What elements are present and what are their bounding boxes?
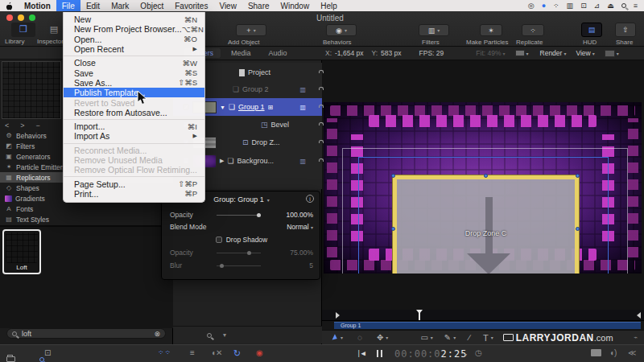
control-center-icon[interactable]: ≡ — [634, 2, 638, 10]
menu-window[interactable]: Window — [275, 0, 316, 11]
clear-search-icon[interactable]: ⊗ — [154, 330, 160, 338]
menu-item-page-setup[interactable]: Page Setup...⇧⌘P — [64, 179, 204, 188]
blend-icon[interactable]: ▥ — [299, 158, 306, 165]
zoom-window-button[interactable] — [29, 14, 35, 21]
menu-favorites[interactable]: Favorites — [169, 0, 213, 11]
nav-back-button[interactable]: < — [5, 121, 9, 130]
text-tool-icon[interactable]: T — [483, 333, 489, 343]
tab-media[interactable]: Media — [224, 48, 258, 58]
menu-share[interactable]: Share — [242, 0, 275, 11]
tab-audio[interactable]: Audio — [262, 48, 295, 58]
playhead-flag[interactable] — [416, 310, 423, 314]
displays-icon[interactable]: ▥ — [567, 2, 574, 10]
app-status-icon[interactable]: ⁘ — [553, 2, 559, 10]
camera-icon[interactable]: ⊡ — [580, 2, 587, 10]
nav-minus-button[interactable]: − — [36, 121, 40, 130]
timecode[interactable]: 00:00:02:25 — [394, 348, 467, 360]
minimize-window-button[interactable] — [18, 14, 24, 21]
blend-icon[interactable]: ▥ — [299, 104, 306, 111]
selection-handle[interactable] — [484, 174, 488, 178]
menu-item-import[interactable]: Import...⌘I — [64, 121, 204, 131]
timeline-group-bar[interactable]: Group 1 — [334, 322, 641, 329]
disclosure-closed-icon[interactable]: ▶ — [220, 158, 224, 164]
list-view-icon[interactable]: ≡ — [190, 348, 195, 357]
menu-item-open-recent[interactable]: Open Recent▶ — [64, 44, 204, 54]
menu-item-import-as[interactable]: Import As▶ — [64, 131, 204, 141]
pause-button[interactable] — [377, 350, 382, 357]
search-input[interactable] — [20, 329, 141, 339]
status-dot-icon[interactable]: ● — [542, 2, 546, 10]
library-item-loft[interactable]: Loft — [2, 229, 41, 274]
menu-item-new-from-browser[interactable]: New From Project Browser...⌥⌘N — [64, 24, 204, 34]
hud-panel[interactable]: Group: Group 1 ▾ i Opacity 100.00% Blend… — [161, 191, 320, 280]
timeline-options-icon[interactable]: ⌁ — [634, 334, 638, 341]
menu-item-open[interactable]: Open...⌘O — [64, 35, 204, 44]
fit-dropdown[interactable]: Fit: 49% — [476, 49, 501, 57]
make-particles-button[interactable]: ✶ — [480, 24, 502, 36]
menu-item-save-as[interactable]: Save As...⇧⌘S — [64, 78, 204, 88]
disclosure-open-icon[interactable]: ▼ — [220, 105, 225, 110]
canvas[interactable]: Drop Zone C — [322, 60, 644, 310]
drop-shadow-checkbox[interactable] — [216, 237, 222, 243]
behaviors-button[interactable]: ◉▾ — [326, 24, 357, 36]
render-menu[interactable]: Render — [540, 49, 563, 57]
menu-item-print[interactable]: Print...⌘P — [64, 189, 204, 199]
menu-item-new[interactable]: New⌘N — [64, 14, 204, 24]
menu-edit[interactable]: Edit — [80, 0, 105, 11]
info-icon[interactable]: i — [306, 195, 314, 203]
previous-frame-button[interactable]: |◀ — [357, 349, 365, 357]
nav-forward-button[interactable]: > — [20, 121, 24, 130]
selection-handle[interactable] — [391, 174, 395, 178]
frame-icon[interactable]: ⊡ — [44, 348, 51, 357]
line-tool-icon[interactable]: ∕ — [469, 333, 470, 342]
opacity-value[interactable]: 100.00% — [286, 211, 313, 219]
library-search-toggle-icon[interactable] — [39, 357, 44, 362]
tab-inspector[interactable]: Inspector — [37, 38, 64, 45]
hud-button[interactable]: ▤ — [581, 23, 602, 37]
view-menu[interactable]: View — [576, 49, 590, 57]
in-point-marker[interactable] — [336, 312, 340, 319]
layers-search-icon[interactable] — [207, 333, 212, 338]
hand-tool-icon[interactable]: ✥ — [377, 333, 383, 342]
library-tab-icon[interactable]: ❒ — [11, 23, 35, 37]
folder-icon[interactable] — [6, 356, 15, 362]
display-output-icon[interactable] — [591, 349, 601, 356]
menu-item-publish-template[interactable]: Publish Template... — [64, 88, 204, 97]
menu-file[interactable]: File — [56, 0, 80, 11]
mini-timeline[interactable] — [322, 310, 644, 321]
select-tool-icon[interactable] — [332, 334, 339, 341]
menu-motion[interactable]: Motion — [19, 0, 56, 11]
speaker-icon[interactable]: ◖) — [609, 348, 617, 357]
channel-swatch[interactable] — [515, 50, 525, 56]
display-mode-icon[interactable] — [605, 50, 615, 57]
spotlight-icon[interactable] — [621, 3, 626, 8]
mute-icon[interactable]: ◖✕ — [211, 348, 222, 357]
replicate-button[interactable]: ⁘ — [522, 24, 544, 36]
selection-handle[interactable] — [576, 227, 580, 231]
layers-filter-icon[interactable]: ▾ — [223, 331, 226, 339]
apple-menu[interactable] — [0, 0, 19, 11]
record-icon[interactable]: ◉ — [256, 348, 263, 357]
airplay-icon[interactable]: ⊿ — [594, 2, 601, 10]
grid-view-icon[interactable]: ⁘⁘ — [158, 348, 171, 356]
opacity-slider[interactable] — [217, 215, 261, 216]
category-fonts[interactable]: AFonts — [0, 204, 173, 214]
selection-handle[interactable] — [391, 227, 395, 231]
menu-help[interactable]: Help — [315, 0, 343, 11]
menu-mark[interactable]: Mark — [105, 0, 134, 11]
selection-handle[interactable] — [576, 174, 580, 178]
tab-library[interactable]: Library — [5, 38, 24, 45]
loop-icon[interactable]: ↻ — [233, 348, 241, 359]
menu-object[interactable]: Object — [134, 0, 169, 11]
eject-icon[interactable]: ⏏ — [607, 2, 614, 10]
clock-icon[interactable]: ◷ — [475, 348, 482, 357]
screen-record-icon[interactable]: ◎ — [528, 2, 535, 10]
menu-item-restore-autosave[interactable]: Restore from Autosave... — [64, 108, 204, 117]
loop-range-icon[interactable]: ≪ — [628, 348, 636, 357]
share-button[interactable]: ⇧ — [615, 23, 636, 37]
category-text-styles[interactable]: ▤Text Styles — [0, 214, 173, 224]
library-search-field[interactable]: ⊗ — [6, 328, 166, 339]
blend-mode-value[interactable]: Normal ▾ — [287, 223, 313, 231]
menu-view[interactable]: View — [213, 0, 242, 11]
lasso-tool-icon[interactable]: ◌ — [357, 333, 362, 342]
